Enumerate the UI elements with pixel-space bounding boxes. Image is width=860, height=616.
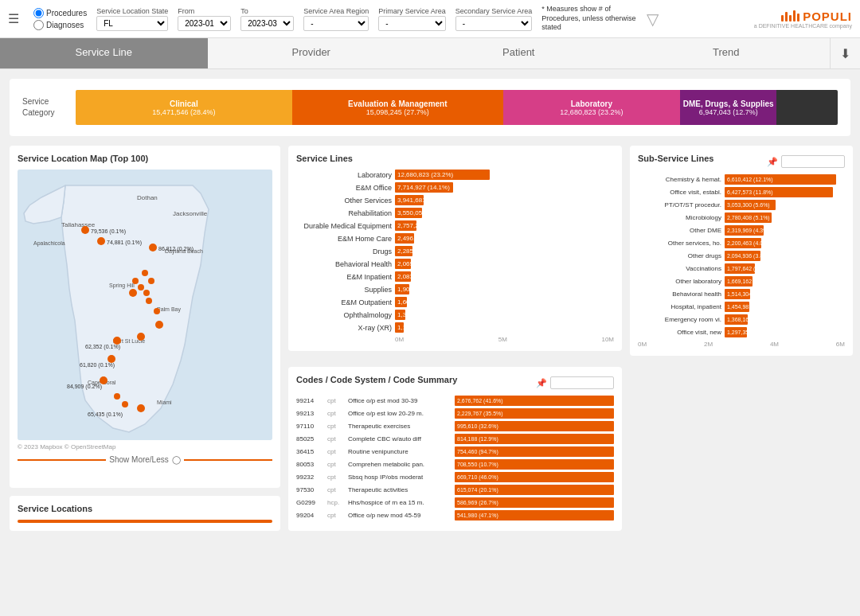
svg-text:61,820 (0.1%): 61,820 (0.1%) bbox=[80, 362, 115, 368]
primary-service-area-select[interactable]: - bbox=[378, 16, 446, 31]
svg-point-19 bbox=[154, 308, 160, 314]
service-line-row: E&M Outpatient 1,605,219 (2.9%) bbox=[296, 297, 614, 307]
tab-provider[interactable]: Provider bbox=[208, 38, 416, 68]
map-title: Service Location Map (Top 100) bbox=[18, 154, 272, 163]
service-lines-title: Service Lines bbox=[296, 154, 614, 163]
service-line-row: Laboratory 12,680,823 (23.2%) bbox=[296, 170, 614, 180]
sub-service-line-row: Behavioral health 1,514,304 (2.8%) bbox=[638, 289, 845, 299]
svg-point-13 bbox=[97, 237, 105, 245]
svg-text:Tallahassee: Tallahassee bbox=[61, 221, 96, 228]
procedures-radio[interactable]: Procedures bbox=[33, 8, 87, 18]
cat-segment-evaluation-&-management[interactable]: Evaluation & Management15,098,245 (27.7%… bbox=[292, 90, 503, 125]
map-panel: Service Location Map (Top 100) Dothan Ta… bbox=[10, 146, 280, 488]
code-row: 99214 cpt Office o/p est mod 30-39 2,676… bbox=[296, 396, 614, 406]
svg-text:84,909 (0.2%): 84,909 (0.2%) bbox=[67, 384, 102, 390]
svg-text:Palm Bay: Palm Bay bbox=[157, 306, 181, 313]
svg-point-17 bbox=[129, 289, 137, 297]
primary-service-area-field: Primary Service Area - bbox=[378, 7, 446, 31]
service-lines-panel: Service Lines Laboratory 12,680,823 (23.… bbox=[288, 146, 622, 351]
service-location-state-select[interactable]: FL bbox=[96, 16, 168, 31]
svg-point-21 bbox=[137, 333, 145, 341]
to-select[interactable]: 2023-03 bbox=[240, 16, 294, 31]
code-row: 99204 cpt Office o/p new mod 45-59 541,9… bbox=[296, 510, 614, 520]
svg-point-33 bbox=[138, 284, 144, 290]
service-line-row: Behavioral Health 2,069,762 (3.8%) bbox=[296, 259, 614, 269]
sub-service-line-row: Other services, ho. 2,200,463 (4.0%) bbox=[638, 238, 845, 248]
panel-left: Service Location Map (Top 100) Dothan Ta… bbox=[10, 146, 280, 531]
measures-note: * Measures show # of Procedures, unless … bbox=[541, 5, 637, 33]
show-more-bar-left bbox=[18, 459, 106, 461]
panel-center: Service Lines Laboratory 12,680,823 (23.… bbox=[288, 146, 622, 531]
cat-segment-laboratory[interactable]: Laboratory12,680,823 (23.2%) bbox=[503, 90, 680, 125]
tab-service-line[interactable]: Service Line bbox=[0, 38, 208, 68]
svg-text:Apalachicola: Apalachicola bbox=[33, 240, 65, 247]
code-row: 97110 cpt Therapeutic exercises 995,610 … bbox=[296, 421, 614, 431]
service-line-row: E&M Inpatient 2,083,049 (3.8%) bbox=[296, 271, 614, 282]
panels: Service Location Map (Top 100) Dothan Ta… bbox=[10, 146, 850, 531]
service-line-row: E&M Office 7,714,927 (14.1%) bbox=[296, 182, 614, 193]
service-category-section: ServiceCategory Clinical15,471,546 (28.4… bbox=[10, 79, 850, 136]
service-area-region-field: Service Area Region - bbox=[303, 7, 369, 31]
toolbar: ☰ Procedures Diagnoses Service Location … bbox=[0, 0, 860, 38]
svg-text:79,536 (0.1%): 79,536 (0.1%) bbox=[91, 228, 126, 235]
sub-service-search-input[interactable] bbox=[781, 155, 845, 168]
content-area: ServiceCategory Clinical15,471,546 (28.4… bbox=[0, 69, 860, 540]
svg-point-32 bbox=[132, 278, 139, 284]
codes-search-input[interactable] bbox=[550, 376, 614, 389]
cat-segment-other[interactable] bbox=[776, 90, 838, 125]
sub-service-pin-icon: 📌 bbox=[767, 157, 778, 167]
to-field: To 2023-03 bbox=[240, 7, 294, 31]
secondary-service-area-field: Secondary Service Area - bbox=[455, 7, 533, 31]
sub-service-line-row: PT/OT/ST procedur. 3,053,300 (5.6%) bbox=[638, 200, 845, 210]
map-container: Dothan Tallahassee Jacksonville Apalachi… bbox=[18, 170, 272, 440]
tab-patient[interactable]: Patient bbox=[415, 38, 623, 68]
service-location-state-field: Service Location State FL bbox=[96, 7, 168, 31]
service-line-row: E&M Home Care 2,496,448 (4.6%) bbox=[296, 233, 614, 244]
code-row: 99213 cpt Office o/p est low 20-29 m. 2,… bbox=[296, 408, 614, 419]
sub-service-line-row: Vaccinations 1,797,642 (3.3%) bbox=[638, 263, 845, 274]
service-line-row: Other Services 3,941,681 (7.2%) bbox=[296, 195, 614, 205]
code-row: 80053 cpt Comprehen metabolic pan. 708,5… bbox=[296, 459, 614, 470]
service-line-row: Drugs 2,285,691 (4.2%) bbox=[296, 246, 614, 256]
panel-right: Sub-Service Lines 📌 Chemistry & hemat. 6… bbox=[630, 146, 853, 531]
logo: POPULI a DEFINITIVE HEALTHCARE company bbox=[754, 10, 852, 29]
sub-service-line-row: Other drugs 2,094,936 (3.8%) bbox=[638, 251, 845, 261]
show-more-bar-right bbox=[184, 459, 272, 461]
show-more-button[interactable]: Show More/Less ◯ bbox=[18, 455, 272, 464]
hamburger-icon[interactable]: ☰ bbox=[8, 11, 19, 26]
from-select[interactable]: 2023-01 bbox=[178, 16, 231, 31]
cat-segment-dme,-drugs,-&-supplies[interactable]: DME, Drugs, & Supplies6,947,043 (12.7%) bbox=[680, 90, 777, 125]
service-lines-axis: 0M 5M 10M bbox=[395, 336, 614, 343]
service-category-bar: Clinical15,471,546 (28.4%)Evaluation & M… bbox=[76, 90, 838, 125]
service-line-row: Ophthalmology 1,303,817 (2.4%) bbox=[296, 310, 614, 320]
svg-point-20 bbox=[155, 321, 163, 329]
code-row: 99232 cpt Sbsq hosp IP/obs moderat 669,7… bbox=[296, 472, 614, 482]
sub-service-line-row: Other DME 2,319,969 (4.3%) bbox=[638, 225, 845, 236]
diagnoses-radio[interactable]: Diagnoses bbox=[33, 20, 87, 30]
sub-service-line-row: Hospital, inpatient 1,454,983 (2.7%) bbox=[638, 302, 845, 312]
service-lines-bars: Laboratory 12,680,823 (23.2%) E&M Office… bbox=[296, 170, 614, 333]
sub-service-lines-header: Sub-Service Lines 📌 bbox=[638, 154, 845, 170]
svg-text:Spring Hill: Spring Hill bbox=[109, 283, 135, 289]
service-line-row: Durable Medical Equipment 2,757,234 (5.1… bbox=[296, 220, 614, 231]
service-line-row: X-ray (XR) 1,159,779 (2.1%) bbox=[296, 322, 614, 333]
sub-service-lines-title: Sub-Service Lines bbox=[638, 154, 713, 163]
codes-panel: Codes / Code System / Code Summary 📌 992… bbox=[288, 367, 622, 531]
service-locations-bar bbox=[18, 520, 272, 523]
sub-service-bars: Chemistry & hemat. 6,610,412 (12.1%) Off… bbox=[638, 174, 845, 337]
tab-trend[interactable]: Trend bbox=[623, 38, 831, 68]
service-category-label: ServiceCategory bbox=[22, 96, 66, 119]
service-locations-panel: Service Locations bbox=[10, 496, 280, 531]
service-line-row: Rehabilitation 3,550,055 (6.5%) bbox=[296, 208, 614, 218]
sub-service-axis: 0M 2M 4M 6M bbox=[638, 341, 845, 348]
measure-type-group: Procedures Diagnoses bbox=[33, 8, 87, 30]
code-row: 97530 cpt Therapeutic activities 615,074… bbox=[296, 485, 614, 495]
svg-text:Miami: Miami bbox=[157, 400, 172, 405]
service-area-region-select[interactable]: - bbox=[303, 16, 369, 31]
secondary-service-area-select[interactable]: - bbox=[455, 16, 533, 31]
download-button[interactable]: ⬇ bbox=[830, 38, 860, 68]
main-tabs: Service Line Provider Patient Trend ⬇ bbox=[0, 38, 860, 69]
filter-icon[interactable]: ▽ bbox=[647, 10, 659, 29]
svg-text:62,352 (0.1%): 62,352 (0.1%) bbox=[85, 344, 120, 350]
cat-segment-clinical[interactable]: Clinical15,471,546 (28.4%) bbox=[76, 90, 292, 125]
